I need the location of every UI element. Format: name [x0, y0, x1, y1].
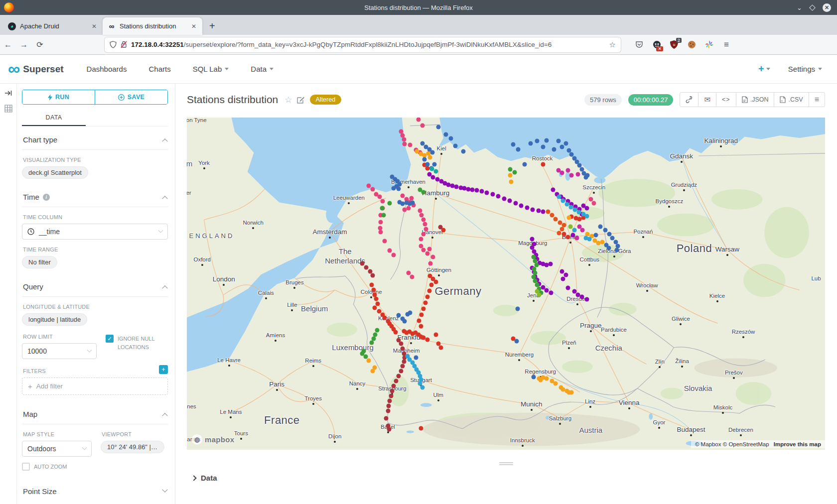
scatter-point[interactable]: [594, 233, 598, 238]
cookie-icon[interactable]: [687, 40, 696, 49]
grid-icon[interactable]: [4, 105, 12, 113]
pocket-icon[interactable]: [635, 40, 644, 49]
collapse-panel-icon[interactable]: [4, 90, 12, 97]
scatter-point[interactable]: [537, 293, 542, 297]
scatter-point[interactable]: [560, 227, 564, 232]
scatter-point[interactable]: [535, 138, 540, 143]
scatter-point[interactable]: [423, 301, 428, 305]
scatter-point[interactable]: [427, 247, 431, 252]
auto-zoom-checkbox[interactable]: [22, 463, 30, 471]
scatter-point[interactable]: [519, 203, 524, 208]
scatter-point[interactable]: [377, 194, 382, 199]
scatter-point[interactable]: [397, 186, 401, 191]
edit-icon[interactable]: [297, 96, 305, 104]
scatter-point[interactable]: [427, 289, 431, 293]
scatter-point[interactable]: [422, 157, 426, 162]
scatter-point[interactable]: [381, 199, 385, 204]
tab-close-icon[interactable]: ✕: [189, 23, 198, 30]
scatter-point[interactable]: [598, 224, 603, 229]
scatter-point[interactable]: [560, 144, 564, 149]
scatter-point[interactable]: [603, 228, 608, 233]
scatter-point[interactable]: [541, 162, 545, 167]
scatter-point[interactable]: [402, 319, 407, 323]
scatter-point[interactable]: [438, 346, 443, 350]
scatter-point[interactable]: [560, 198, 565, 203]
add-filter-plus-icon[interactable]: +: [159, 365, 168, 374]
scatter-point[interactable]: [417, 118, 421, 122]
scatter-point[interactable]: [509, 179, 513, 184]
scatter-point[interactable]: [436, 125, 440, 129]
scatter-point[interactable]: [515, 339, 519, 343]
scatter-point[interactable]: [557, 231, 561, 236]
scatter-point[interactable]: [431, 255, 435, 259]
scatter-point[interactable]: [393, 330, 398, 334]
url-input[interactable]: 172.18.0.4:32251 /superset/explore/?form…: [105, 37, 621, 52]
scatter-point[interactable]: [384, 416, 388, 421]
scatter-point[interactable]: [370, 273, 375, 277]
nav-data[interactable]: Data: [251, 65, 274, 73]
add-filter-box[interactable]: + Add filter: [22, 378, 168, 395]
scatter-point[interactable]: [425, 162, 429, 167]
scatter-point[interactable]: [360, 261, 365, 265]
scatter-point[interactable]: [399, 369, 404, 373]
scatter-point[interactable]: [560, 277, 565, 281]
scatter-point[interactable]: [433, 169, 438, 174]
scatter-point[interactable]: [470, 187, 474, 192]
scatter-point[interactable]: [576, 172, 580, 177]
scatter-point[interactable]: [545, 377, 549, 381]
scatter-point[interactable]: [420, 385, 424, 390]
ublock-icon[interactable]: u 2: [670, 40, 679, 49]
scatter-point[interactable]: [402, 207, 407, 212]
scatter-point[interactable]: [431, 175, 435, 180]
close-icon[interactable]: ✕: [823, 3, 831, 12]
scatter-point[interactable]: [370, 187, 375, 192]
scatter-point[interactable]: [587, 237, 592, 242]
scatter-point[interactable]: [549, 262, 553, 266]
scatter-point[interactable]: [567, 215, 571, 220]
scatter-point[interactable]: [432, 162, 437, 167]
scatter-point[interactable]: [421, 190, 426, 195]
email-button[interactable]: ✉: [698, 92, 716, 107]
scatter-point[interactable]: [376, 302, 380, 306]
scatter-point[interactable]: [571, 233, 575, 238]
scatter-point[interactable]: [392, 383, 396, 388]
scatter-point[interactable]: [556, 138, 560, 143]
resize-handle[interactable]: [499, 461, 513, 466]
settings-menu[interactable]: Settings: [788, 65, 822, 73]
scatter-point[interactable]: [377, 309, 381, 313]
scatter-point[interactable]: [496, 194, 501, 199]
share-link-button[interactable]: [680, 92, 698, 107]
scatter-point[interactable]: [560, 387, 565, 392]
attribution-osm[interactable]: © OpenStreetMap: [723, 441, 769, 447]
scatter-point[interactable]: [479, 189, 484, 194]
favorite-star-icon[interactable]: ☆: [284, 95, 292, 105]
scatter-point[interactable]: [419, 426, 423, 431]
scatter-point[interactable]: [531, 207, 535, 212]
scatter-point[interactable]: [569, 173, 574, 178]
export-csv-button[interactable]: x .CSV: [774, 92, 809, 107]
nav-sql-lab[interactable]: SQL Lab: [193, 65, 229, 73]
scatter-point[interactable]: [408, 311, 413, 315]
scatter-point[interactable]: [387, 427, 392, 432]
scatter-point[interactable]: [397, 374, 401, 378]
scatter-point[interactable]: [490, 192, 495, 197]
scatter-point[interactable]: [422, 222, 427, 227]
scatter-point[interactable]: [410, 275, 415, 279]
scatter-point[interactable]: [406, 206, 411, 211]
scatter-point[interactable]: [375, 328, 379, 332]
scatter-point[interactable]: [364, 265, 368, 269]
scatter-point[interactable]: [541, 209, 545, 214]
scatter-point[interactable]: [433, 333, 438, 337]
chart-menu-button[interactable]: ≡: [809, 92, 825, 107]
scatter-point[interactable]: [551, 187, 556, 192]
scatter-point[interactable]: [549, 291, 554, 295]
scatter-point[interactable]: [565, 286, 570, 290]
scatter-point[interactable]: [394, 378, 399, 383]
scatter-point[interactable]: [383, 239, 387, 244]
scatter-point[interactable]: [557, 194, 561, 199]
scatter-point[interactable]: [508, 167, 513, 172]
scatter-point[interactable]: [388, 201, 392, 206]
scatter-point[interactable]: [606, 246, 611, 251]
tab-stations-distribution[interactable]: ∞ Stations distribution ✕: [103, 17, 202, 35]
scatter-point[interactable]: [390, 388, 395, 393]
